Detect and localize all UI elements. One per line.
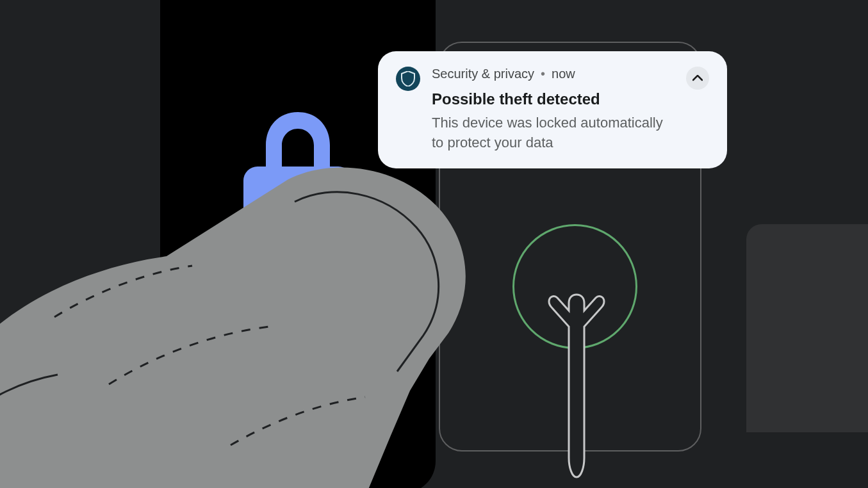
tree-trunk-icon: [548, 291, 605, 480]
notification-timestamp: now: [552, 67, 575, 81]
notification-app-name: Security & privacy: [432, 67, 534, 81]
background-box-right: [746, 224, 868, 432]
notification-card[interactable]: Security & privacy • now Possible theft …: [378, 51, 727, 168]
notification-body: This device was locked automatically to …: [432, 113, 675, 153]
illustration-scene: Security & privacy • now Possible theft …: [0, 0, 868, 488]
notification-header: Security & privacy • now: [432, 67, 675, 81]
chevron-up-icon: [692, 75, 703, 81]
hand-holding-phone-icon: [0, 167, 525, 488]
notification-title: Possible theft detected: [432, 90, 675, 108]
collapse-button[interactable]: [686, 67, 709, 90]
notification-separator: •: [541, 67, 545, 81]
notification-content: Security & privacy • now Possible theft …: [432, 67, 675, 153]
shield-icon: [396, 67, 420, 91]
